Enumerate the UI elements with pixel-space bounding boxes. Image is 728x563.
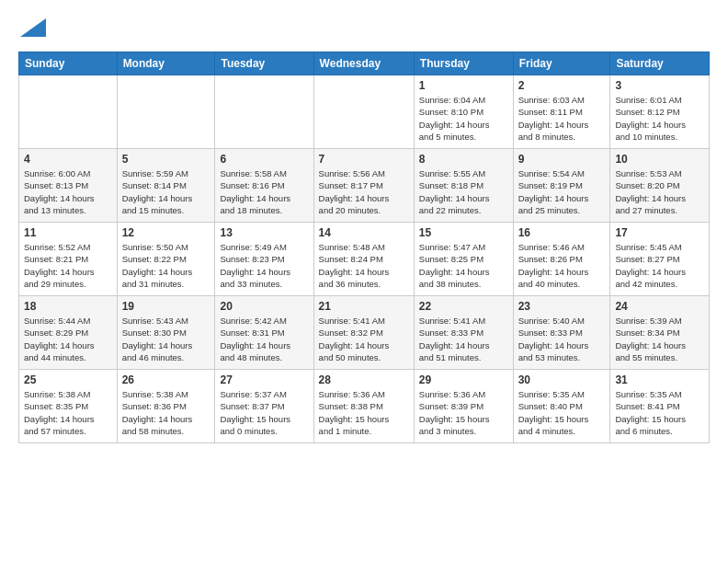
day-info: Sunrise: 5:41 AM Sunset: 8:33 PM Dayligh…	[419, 315, 508, 363]
day-info: Sunrise: 5:49 AM Sunset: 8:23 PM Dayligh…	[220, 241, 308, 290]
day-number: 30	[518, 373, 606, 386]
calendar-cell: 29Sunrise: 5:36 AM Sunset: 8:39 PM Dayli…	[414, 370, 513, 443]
day-info: Sunrise: 6:03 AM Sunset: 8:11 PM Dayligh…	[518, 94, 606, 143]
day-number: 13	[220, 226, 308, 239]
calendar-week-4: 18Sunrise: 5:44 AM Sunset: 8:29 PM Dayli…	[19, 296, 710, 370]
page: SundayMondayTuesdayWednesdayThursdayFrid…	[0, 0, 728, 563]
day-number: 12	[122, 226, 210, 239]
day-number: 4	[24, 153, 112, 166]
calendar-cell: 22Sunrise: 5:41 AM Sunset: 8:33 PM Dayli…	[414, 296, 513, 370]
day-info: Sunrise: 5:45 AM Sunset: 8:27 PM Dayligh…	[615, 241, 704, 290]
day-number: 2	[518, 79, 606, 92]
calendar-cell	[117, 75, 215, 149]
day-info: Sunrise: 5:38 AM Sunset: 8:35 PM Dayligh…	[24, 388, 112, 437]
calendar-cell: 16Sunrise: 5:46 AM Sunset: 8:26 PM Dayli…	[513, 223, 610, 296]
calendar-cell: 17Sunrise: 5:45 AM Sunset: 8:27 PM Dayli…	[610, 223, 710, 296]
weekday-header-saturday: Saturday	[610, 52, 710, 75]
calendar-cell: 20Sunrise: 5:42 AM Sunset: 8:31 PM Dayli…	[215, 296, 313, 370]
calendar-cell: 14Sunrise: 5:48 AM Sunset: 8:24 PM Dayli…	[313, 223, 414, 296]
logo-icon	[20, 15, 46, 40]
calendar-cell: 6Sunrise: 5:58 AM Sunset: 8:16 PM Daylig…	[215, 149, 313, 223]
calendar-cell: 19Sunrise: 5:43 AM Sunset: 8:30 PM Dayli…	[117, 296, 215, 370]
day-info: Sunrise: 6:04 AM Sunset: 8:10 PM Dayligh…	[419, 94, 508, 143]
day-info: Sunrise: 5:41 AM Sunset: 8:32 PM Dayligh…	[319, 315, 409, 363]
header	[18, 15, 710, 44]
day-number: 19	[122, 300, 210, 313]
day-info: Sunrise: 5:37 AM Sunset: 8:37 PM Dayligh…	[220, 388, 308, 437]
day-number: 14	[319, 226, 409, 239]
day-number: 6	[220, 153, 308, 166]
day-info: Sunrise: 5:42 AM Sunset: 8:31 PM Dayligh…	[220, 315, 308, 363]
day-number: 22	[419, 300, 508, 313]
day-info: Sunrise: 5:53 AM Sunset: 8:20 PM Dayligh…	[615, 167, 704, 216]
calendar-cell: 7Sunrise: 5:56 AM Sunset: 8:17 PM Daylig…	[313, 149, 414, 223]
calendar-cell	[313, 75, 414, 149]
calendar-week-2: 4Sunrise: 6:00 AM Sunset: 8:13 PM Daylig…	[19, 149, 710, 223]
day-number: 8	[419, 153, 508, 166]
day-number: 26	[122, 373, 210, 386]
calendar-week-3: 11Sunrise: 5:52 AM Sunset: 8:21 PM Dayli…	[19, 223, 710, 296]
day-info: Sunrise: 5:50 AM Sunset: 8:22 PM Dayligh…	[122, 241, 210, 290]
calendar-cell: 27Sunrise: 5:37 AM Sunset: 8:37 PM Dayli…	[215, 370, 313, 443]
calendar-cell: 11Sunrise: 5:52 AM Sunset: 8:21 PM Dayli…	[19, 223, 118, 296]
weekday-header-row: SundayMondayTuesdayWednesdayThursdayFrid…	[19, 52, 710, 75]
calendar-cell: 3Sunrise: 6:01 AM Sunset: 8:12 PM Daylig…	[610, 75, 710, 149]
weekday-header-monday: Monday	[117, 52, 215, 75]
day-info: Sunrise: 5:46 AM Sunset: 8:26 PM Dayligh…	[518, 241, 606, 290]
calendar-cell: 9Sunrise: 5:54 AM Sunset: 8:19 PM Daylig…	[513, 149, 610, 223]
day-info: Sunrise: 5:35 AM Sunset: 8:40 PM Dayligh…	[518, 388, 606, 437]
weekday-header-tuesday: Tuesday	[215, 52, 313, 75]
weekday-header-sunday: Sunday	[19, 52, 118, 75]
day-number: 27	[220, 373, 308, 386]
calendar-cell: 18Sunrise: 5:44 AM Sunset: 8:29 PM Dayli…	[19, 296, 118, 370]
calendar-cell: 4Sunrise: 6:00 AM Sunset: 8:13 PM Daylig…	[19, 149, 118, 223]
day-info: Sunrise: 5:54 AM Sunset: 8:19 PM Dayligh…	[518, 167, 606, 216]
weekday-header-wednesday: Wednesday	[313, 52, 414, 75]
calendar-cell: 31Sunrise: 5:35 AM Sunset: 8:41 PM Dayli…	[610, 370, 710, 443]
day-info: Sunrise: 6:00 AM Sunset: 8:13 PM Dayligh…	[24, 167, 112, 216]
day-info: Sunrise: 5:56 AM Sunset: 8:17 PM Dayligh…	[319, 167, 409, 216]
calendar-cell: 30Sunrise: 5:35 AM Sunset: 8:40 PM Dayli…	[513, 370, 610, 443]
calendar-table: SundayMondayTuesdayWednesdayThursdayFrid…	[18, 52, 710, 443]
calendar-cell: 1Sunrise: 6:04 AM Sunset: 8:10 PM Daylig…	[414, 75, 513, 149]
day-number: 1	[419, 79, 508, 92]
day-number: 10	[615, 153, 704, 166]
calendar-cell	[19, 75, 118, 149]
day-info: Sunrise: 5:44 AM Sunset: 8:29 PM Dayligh…	[24, 315, 112, 363]
calendar-cell: 13Sunrise: 5:49 AM Sunset: 8:23 PM Dayli…	[215, 223, 313, 296]
day-number: 17	[615, 226, 704, 239]
calendar-cell	[215, 75, 313, 149]
day-info: Sunrise: 5:43 AM Sunset: 8:30 PM Dayligh…	[122, 315, 210, 363]
day-number: 16	[518, 226, 606, 239]
day-info: Sunrise: 5:55 AM Sunset: 8:18 PM Dayligh…	[419, 167, 508, 216]
weekday-header-friday: Friday	[513, 52, 610, 75]
day-info: Sunrise: 5:40 AM Sunset: 8:33 PM Dayligh…	[518, 315, 606, 363]
calendar-cell: 15Sunrise: 5:47 AM Sunset: 8:25 PM Dayli…	[414, 223, 513, 296]
day-info: Sunrise: 5:36 AM Sunset: 8:39 PM Dayligh…	[419, 388, 508, 437]
day-info: Sunrise: 5:39 AM Sunset: 8:34 PM Dayligh…	[615, 315, 704, 363]
calendar-cell: 10Sunrise: 5:53 AM Sunset: 8:20 PM Dayli…	[610, 149, 710, 223]
calendar-cell: 12Sunrise: 5:50 AM Sunset: 8:22 PM Dayli…	[117, 223, 215, 296]
day-info: Sunrise: 5:38 AM Sunset: 8:36 PM Dayligh…	[122, 388, 210, 437]
calendar-cell: 21Sunrise: 5:41 AM Sunset: 8:32 PM Dayli…	[313, 296, 414, 370]
day-number: 23	[518, 300, 606, 313]
logo	[18, 15, 46, 44]
day-number: 3	[615, 79, 704, 92]
day-info: Sunrise: 5:47 AM Sunset: 8:25 PM Dayligh…	[419, 241, 508, 290]
calendar-cell: 2Sunrise: 6:03 AM Sunset: 8:11 PM Daylig…	[513, 75, 610, 149]
day-info: Sunrise: 5:58 AM Sunset: 8:16 PM Dayligh…	[220, 167, 308, 216]
day-number: 18	[24, 300, 112, 313]
day-info: Sunrise: 5:52 AM Sunset: 8:21 PM Dayligh…	[24, 241, 112, 290]
day-number: 31	[615, 373, 704, 386]
day-info: Sunrise: 6:01 AM Sunset: 8:12 PM Dayligh…	[615, 94, 704, 143]
calendar-cell: 26Sunrise: 5:38 AM Sunset: 8:36 PM Dayli…	[117, 370, 215, 443]
day-number: 20	[220, 300, 308, 313]
day-number: 21	[319, 300, 409, 313]
day-number: 11	[24, 226, 112, 239]
day-number: 7	[319, 153, 409, 166]
day-info: Sunrise: 5:35 AM Sunset: 8:41 PM Dayligh…	[615, 388, 704, 437]
calendar-week-1: 1Sunrise: 6:04 AM Sunset: 8:10 PM Daylig…	[19, 75, 710, 149]
day-number: 28	[319, 373, 409, 386]
day-number: 15	[419, 226, 508, 239]
calendar-week-5: 25Sunrise: 5:38 AM Sunset: 8:35 PM Dayli…	[19, 370, 710, 443]
